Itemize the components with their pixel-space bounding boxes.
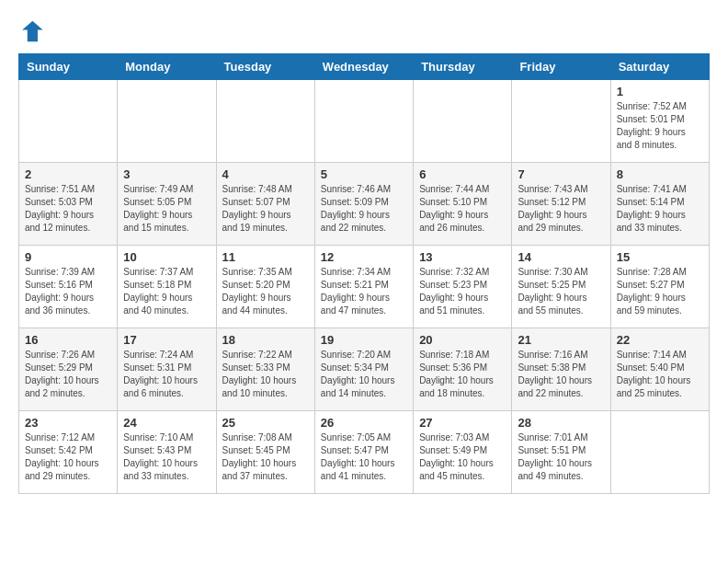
day-number: 8 — [617, 167, 703, 181]
day-number: 21 — [518, 333, 604, 347]
day-info: Sunrise: 7:20 AM Sunset: 5:34 PM Dayligh… — [321, 349, 407, 400]
day-cell: 10Sunrise: 7:37 AM Sunset: 5:18 PM Dayli… — [118, 246, 216, 328]
day-cell: 18Sunrise: 7:22 AM Sunset: 5:33 PM Dayli… — [216, 328, 314, 411]
day-info: Sunrise: 7:18 AM Sunset: 5:36 PM Dayligh… — [419, 349, 506, 400]
day-number: 24 — [123, 416, 210, 430]
week-row-5: 23Sunrise: 7:12 AM Sunset: 5:42 PM Dayli… — [19, 411, 710, 494]
day-cell: 23Sunrise: 7:12 AM Sunset: 5:42 PM Dayli… — [19, 411, 118, 494]
day-info: Sunrise: 7:43 AM Sunset: 5:12 PM Dayligh… — [518, 183, 604, 235]
week-row-4: 16Sunrise: 7:26 AM Sunset: 5:29 PM Dayli… — [19, 328, 710, 411]
day-cell: 24Sunrise: 7:10 AM Sunset: 5:43 PM Dayli… — [118, 411, 216, 494]
day-number: 12 — [321, 250, 407, 264]
col-header-friday: Friday — [512, 54, 610, 80]
day-number: 14 — [518, 250, 604, 264]
day-info: Sunrise: 7:32 AM Sunset: 5:23 PM Dayligh… — [419, 266, 506, 317]
day-info: Sunrise: 7:22 AM Sunset: 5:33 PM Dayligh… — [222, 349, 309, 400]
week-row-2: 2Sunrise: 7:51 AM Sunset: 5:03 PM Daylig… — [19, 163, 710, 246]
day-info: Sunrise: 7:35 AM Sunset: 5:20 PM Dayligh… — [222, 266, 309, 317]
day-info: Sunrise: 7:48 AM Sunset: 5:07 PM Dayligh… — [222, 183, 309, 235]
day-cell — [216, 80, 314, 163]
day-cell — [118, 80, 216, 163]
day-cell: 1Sunrise: 7:52 AM Sunset: 5:01 PM Daylig… — [610, 80, 709, 163]
day-info: Sunrise: 7:14 AM Sunset: 5:40 PM Dayligh… — [617, 349, 703, 400]
day-number: 9 — [25, 250, 111, 264]
day-info: Sunrise: 7:05 AM Sunset: 5:47 PM Dayligh… — [321, 431, 407, 483]
day-info: Sunrise: 7:03 AM Sunset: 5:49 PM Dayligh… — [419, 431, 506, 483]
day-cell: 8Sunrise: 7:41 AM Sunset: 5:14 PM Daylig… — [610, 163, 709, 246]
day-cell: 22Sunrise: 7:14 AM Sunset: 5:40 PM Dayli… — [610, 328, 709, 411]
calendar-table: SundayMondayTuesdayWednesdayThursdayFrid… — [18, 53, 710, 494]
day-number: 16 — [25, 333, 111, 347]
day-cell: 3Sunrise: 7:49 AM Sunset: 5:05 PM Daylig… — [118, 163, 216, 246]
col-header-monday: Monday — [118, 54, 216, 80]
day-number: 2 — [25, 167, 111, 181]
col-header-wednesday: Wednesday — [314, 54, 413, 80]
day-number: 13 — [419, 250, 506, 264]
day-cell — [610, 411, 709, 494]
day-number: 4 — [222, 167, 309, 181]
day-number: 15 — [617, 250, 703, 264]
day-number: 1 — [617, 85, 703, 98]
day-cell — [314, 80, 413, 163]
day-info: Sunrise: 7:24 AM Sunset: 5:31 PM Dayligh… — [123, 349, 210, 400]
day-info: Sunrise: 7:41 AM Sunset: 5:14 PM Dayligh… — [617, 183, 703, 235]
day-number: 28 — [518, 416, 604, 430]
col-header-saturday: Saturday — [610, 54, 709, 80]
day-cell: 5Sunrise: 7:46 AM Sunset: 5:09 PM Daylig… — [314, 163, 413, 246]
day-cell: 13Sunrise: 7:32 AM Sunset: 5:23 PM Dayli… — [414, 246, 512, 328]
day-info: Sunrise: 7:37 AM Sunset: 5:18 PM Dayligh… — [123, 266, 210, 317]
day-cell: 26Sunrise: 7:05 AM Sunset: 5:47 PM Dayli… — [314, 411, 413, 494]
day-info: Sunrise: 7:16 AM Sunset: 5:38 PM Dayligh… — [518, 349, 604, 400]
day-info: Sunrise: 7:08 AM Sunset: 5:45 PM Dayligh… — [222, 431, 309, 483]
logo — [18, 18, 48, 44]
day-cell: 12Sunrise: 7:34 AM Sunset: 5:21 PM Dayli… — [314, 246, 413, 328]
day-number: 17 — [123, 333, 210, 347]
day-number: 26 — [321, 416, 407, 430]
day-cell — [19, 80, 118, 163]
col-header-thursday: Thursday — [414, 54, 512, 80]
svg-marker-0 — [22, 21, 42, 41]
week-row-1: 1Sunrise: 7:52 AM Sunset: 5:01 PM Daylig… — [19, 80, 710, 163]
header — [18, 18, 710, 44]
day-info: Sunrise: 7:12 AM Sunset: 5:42 PM Dayligh… — [25, 431, 111, 483]
day-number: 20 — [419, 333, 506, 347]
day-number: 11 — [222, 250, 309, 264]
day-cell: 2Sunrise: 7:51 AM Sunset: 5:03 PM Daylig… — [19, 163, 118, 246]
day-number: 23 — [25, 416, 111, 430]
calendar-header-row: SundayMondayTuesdayWednesdayThursdayFrid… — [19, 54, 710, 80]
day-info: Sunrise: 7:30 AM Sunset: 5:25 PM Dayligh… — [518, 266, 604, 317]
day-number: 10 — [123, 250, 210, 264]
day-number: 5 — [321, 167, 407, 181]
day-cell: 25Sunrise: 7:08 AM Sunset: 5:45 PM Dayli… — [216, 411, 314, 494]
day-cell: 17Sunrise: 7:24 AM Sunset: 5:31 PM Dayli… — [118, 328, 216, 411]
day-info: Sunrise: 7:39 AM Sunset: 5:16 PM Dayligh… — [25, 266, 111, 317]
day-cell — [414, 80, 512, 163]
day-info: Sunrise: 7:10 AM Sunset: 5:43 PM Dayligh… — [123, 431, 210, 483]
day-cell: 16Sunrise: 7:26 AM Sunset: 5:29 PM Dayli… — [19, 328, 118, 411]
logo-icon — [18, 18, 44, 44]
day-cell: 15Sunrise: 7:28 AM Sunset: 5:27 PM Dayli… — [610, 246, 709, 328]
day-number: 18 — [222, 333, 309, 347]
day-number: 25 — [222, 416, 309, 430]
col-header-sunday: Sunday — [19, 54, 118, 80]
day-cell — [512, 80, 610, 163]
day-info: Sunrise: 7:26 AM Sunset: 5:29 PM Dayligh… — [25, 349, 111, 400]
day-info: Sunrise: 7:01 AM Sunset: 5:51 PM Dayligh… — [518, 431, 604, 483]
day-number: 27 — [419, 416, 506, 430]
day-cell: 21Sunrise: 7:16 AM Sunset: 5:38 PM Dayli… — [512, 328, 610, 411]
day-number: 19 — [321, 333, 407, 347]
day-cell: 20Sunrise: 7:18 AM Sunset: 5:36 PM Dayli… — [414, 328, 512, 411]
day-cell: 19Sunrise: 7:20 AM Sunset: 5:34 PM Dayli… — [314, 328, 413, 411]
day-info: Sunrise: 7:28 AM Sunset: 5:27 PM Dayligh… — [617, 266, 703, 317]
day-info: Sunrise: 7:52 AM Sunset: 5:01 PM Dayligh… — [617, 100, 703, 152]
day-number: 3 — [123, 167, 210, 181]
day-info: Sunrise: 7:51 AM Sunset: 5:03 PM Dayligh… — [25, 183, 111, 235]
day-cell: 28Sunrise: 7:01 AM Sunset: 5:51 PM Dayli… — [512, 411, 610, 494]
day-cell: 11Sunrise: 7:35 AM Sunset: 5:20 PM Dayli… — [216, 246, 314, 328]
day-cell: 6Sunrise: 7:44 AM Sunset: 5:10 PM Daylig… — [414, 163, 512, 246]
week-row-3: 9Sunrise: 7:39 AM Sunset: 5:16 PM Daylig… — [19, 246, 710, 328]
day-info: Sunrise: 7:49 AM Sunset: 5:05 PM Dayligh… — [123, 183, 210, 235]
day-cell: 14Sunrise: 7:30 AM Sunset: 5:25 PM Dayli… — [512, 246, 610, 328]
day-cell: 27Sunrise: 7:03 AM Sunset: 5:49 PM Dayli… — [414, 411, 512, 494]
day-number: 6 — [419, 167, 506, 181]
